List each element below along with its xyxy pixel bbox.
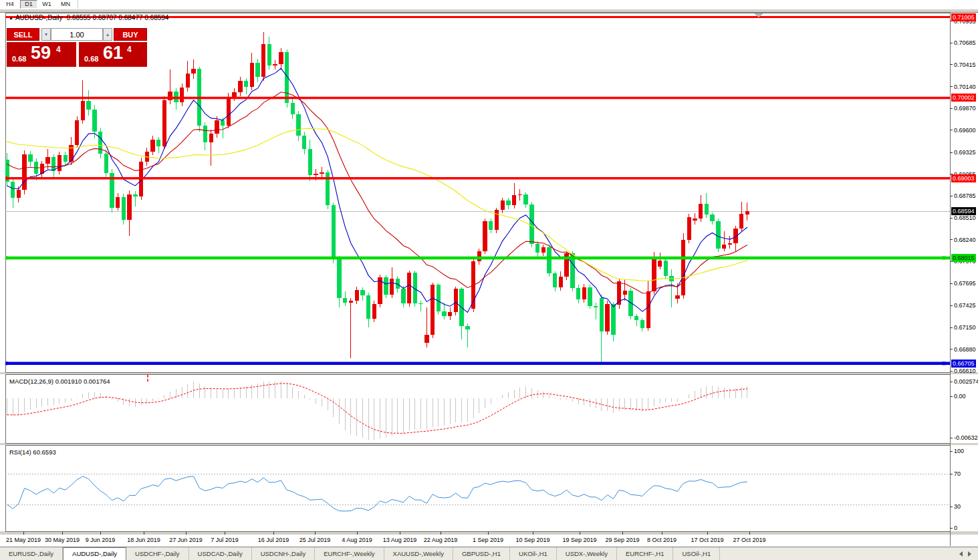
buy-price-point: 4	[127, 45, 132, 54]
price-tick-0.68785: 0.68785	[954, 192, 976, 199]
tab-usdx-weekly[interactable]: USDX-,Weekly	[557, 547, 617, 560]
macd-indicator-label: MACD(12,26,9) 0.001910 0.001764	[9, 378, 110, 385]
price-tick-0.68510: 0.68510	[954, 215, 976, 221]
tab-usdcnh-daily[interactable]: USDCNH-,Daily	[252, 547, 316, 560]
volume-increase-button[interactable]: ▲	[103, 28, 112, 41]
tab-scroll-controls	[953, 547, 978, 560]
line-price-tag-0.69003: 0.69003	[951, 174, 976, 182]
rsi-indicator-label: RSI(14) 60.6593	[9, 448, 56, 456]
mt4-window: H4D1W1MN ▲AUDUSD-,Daily0.68555 0.68707 0…	[0, 0, 978, 560]
sell-price-point: 4	[56, 45, 61, 54]
tab-scroll-right-icon[interactable]	[968, 551, 971, 557]
line-price-tag-0.68015: 0.68015	[951, 254, 976, 262]
sell-button[interactable]: SELL	[7, 28, 39, 41]
date-label-25-jul-2019: 25 Jul 2019	[299, 537, 331, 543]
price-axis[interactable]: 0.709550.706850.704150.701400.698700.696…	[951, 9, 978, 546]
price-tick-0.67425: 0.67425	[954, 302, 976, 309]
price-tick-0.69600: 0.69600	[954, 127, 976, 134]
date-label-8-oct-2019: 8 Oct 2019	[647, 537, 677, 543]
price-tick-0.67150: 0.67150	[954, 324, 976, 331]
line-price-tag-0.71005: 0.71005	[951, 13, 976, 21]
price-tick-0.70685: 0.70685	[954, 39, 976, 46]
price-tick-0.70140: 0.70140	[954, 84, 976, 90]
price-tick-0.67695: 0.67695	[954, 280, 976, 287]
chart-tab-bar: EURUSD-,DailyAUDUSD-,DailyUSDCHF-,DailyU…	[0, 547, 978, 560]
date-label-19-sep-2019: 19 Sep 2019	[562, 537, 596, 543]
date-label-22-aug-2019: 22 Aug 2019	[424, 537, 458, 543]
price-tick-0.66610: 0.66610	[954, 368, 976, 374]
price-tick-0.68240: 0.68240	[954, 237, 976, 243]
chart-ohlc-values: 0.68555 0.68707 0.68477 0.68594	[67, 14, 169, 21]
sell-price-integer: 0.68	[12, 55, 26, 63]
date-label-4-aug-2019: 4 Aug 2019	[342, 537, 372, 543]
date-label-21-may-2019: 21 May 2019	[6, 537, 41, 543]
chart-title: ▲AUDUSD-,Daily0.68555 0.68707 0.68477 0.…	[9, 14, 168, 21]
price-tick-0.69325: 0.69325	[954, 149, 976, 156]
date-label-10-sep-2019: 10 Sep 2019	[515, 537, 549, 543]
price-tick-0.70415: 0.70415	[954, 61, 976, 68]
line-price-tag-0.70002: 0.70002	[951, 94, 976, 102]
chart-canvas[interactable]	[0, 0, 978, 560]
date-label-30-may-2019: 30 May 2019	[45, 537, 80, 543]
chart-symbol-period: AUDUSD-,Daily	[15, 14, 63, 21]
date-label-27-jun-2019: 27 Jun 2019	[169, 537, 203, 543]
date-label-29-sep-2019: 29 Sep 2019	[605, 537, 639, 543]
current-price-tag: 0.68594	[951, 207, 976, 215]
volume-input[interactable]	[51, 28, 103, 41]
buy-price-pips: 61	[103, 43, 123, 63]
macd-tick-0.00: 0.00	[954, 393, 966, 400]
date-label-13-aug-2019: 13 Aug 2019	[383, 537, 417, 543]
buy-button[interactable]: BUY	[114, 28, 147, 41]
buy-price-integer: 0.68	[84, 55, 98, 63]
date-label-17-oct-2019: 17 Oct 2019	[691, 537, 723, 543]
volume-decrease-button[interactable]: ▼	[41, 28, 51, 41]
rsi-tick-70: 70	[954, 470, 961, 477]
rsi-tick-30: 30	[954, 503, 961, 510]
macd-tick-0.002574: 0.002574	[954, 378, 978, 385]
date-label-9-jun-2019: 9 Jun 2019	[86, 537, 116, 543]
tab-usdcad-daily[interactable]: USDCAD-,Daily	[189, 547, 252, 560]
rsi-tick-100: 100	[954, 448, 964, 454]
date-label-16-jul-2019: 16 Jul 2019	[258, 537, 289, 543]
sell-price-box[interactable]: 0.68 59 4	[7, 42, 76, 67]
tab-eurchf-weekly[interactable]: EURCHF-,Weekly	[315, 547, 384, 560]
sell-price-pips: 59	[31, 43, 51, 63]
tab-usoil-h1[interactable]: USOil-,H1	[673, 547, 720, 560]
one-click-trade-panel: SELL ▼ ▲ BUY 0.68 59 4 0.68 61 4	[7, 28, 147, 41]
tab-eurusd-daily[interactable]: EURUSD-,Daily	[0, 547, 63, 560]
date-label-27-oct-2019: 27 Oct 2019	[733, 537, 765, 543]
tab-ukoil-h1[interactable]: UKOil-,H1	[510, 547, 557, 560]
price-tick-0.69870: 0.69870	[954, 105, 976, 112]
date-label-1-sep-2019: 1 Sep 2019	[473, 537, 503, 543]
tab-gbpusd-h1[interactable]: GBPUSD-,H1	[453, 547, 510, 560]
macd-tick--0.006326: -0.006326	[954, 434, 978, 441]
rsi-tick-0: 0	[954, 525, 957, 531]
tab-xauusd-weekly[interactable]: XAUUSD-,Weekly	[384, 547, 453, 560]
tab-audusd-daily[interactable]: AUDUSD-,Daily	[63, 547, 126, 560]
buy-price-box[interactable]: 0.68 61 4	[79, 42, 147, 67]
date-axis[interactable]: 21 May 201930 May 20199 Jun 201918 Jun 2…	[0, 535, 950, 546]
trade-buttons-row: SELL ▼ ▲ BUY	[7, 28, 147, 41]
line-price-tag-0.66705: 0.66705	[951, 360, 976, 368]
price-tick-0.66880: 0.66880	[954, 346, 976, 353]
tab-usdchf-daily[interactable]: USDCHF-,Daily	[126, 547, 189, 560]
date-label-7-jul-2019: 7 Jul 2019	[211, 537, 239, 543]
tab-eurchf-h1[interactable]: EURCHF-,H1	[617, 547, 674, 560]
chart-tabs: EURUSD-,DailyAUDUSD-,DailyUSDCHF-,DailyU…	[0, 547, 720, 560]
date-label-18-jun-2019: 18 Jun 2019	[127, 537, 160, 543]
tab-scroll-left-icon[interactable]	[959, 551, 963, 557]
chart-collapse-icon[interactable]: ▲	[9, 15, 13, 20]
